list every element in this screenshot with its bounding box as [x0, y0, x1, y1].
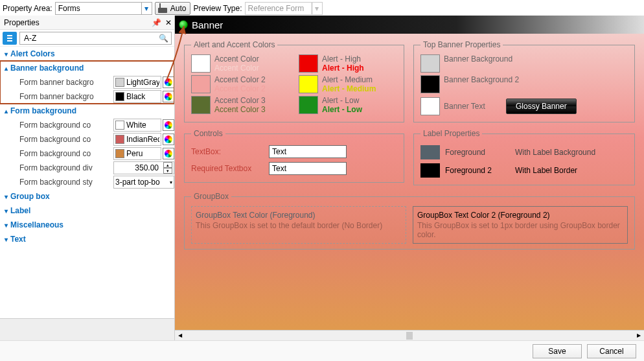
chevron-down-icon: ▾ — [312, 3, 322, 14]
prop-row[interactable]: Form background div 350.00▴▾ — [0, 161, 174, 175]
preview-type-label: Preview Type: — [193, 4, 242, 13]
chevron-down-icon[interactable]: ▾ — [141, 3, 152, 14]
numeric-editor[interactable]: 350.00▴▾ — [113, 161, 174, 174]
preview-type-combo: Reference Form ▾ — [245, 2, 323, 15]
property-tree[interactable]: ▾Alert Colors ▴Banner background Form ba… — [0, 47, 174, 318]
scroll-left-icon[interactable]: ◀ — [175, 332, 185, 338]
prop-row[interactable]: Form background co IndianRed — [0, 132, 174, 146]
pin-icon[interactable]: 📌 — [152, 18, 161, 27]
prop-row[interactable]: Form background co Peru — [0, 146, 174, 161]
banner-title: Banner — [192, 19, 223, 30]
chevron-down-icon[interactable]: ▾ — [170, 180, 172, 185]
fieldset-label-props: Label Properties ForegroundWith Label Ba… — [413, 129, 635, 185]
color-picker-button[interactable] — [163, 76, 174, 88]
search-icon[interactable]: 🔍 — [159, 34, 168, 43]
color-editor[interactable]: LightGray — [113, 76, 161, 89]
color-editor[interactable]: White — [113, 119, 161, 132]
cat-text[interactable]: ▾Text — [0, 232, 174, 246]
color-editor[interactable]: IndianRed — [113, 133, 161, 146]
fieldset-controls: Controls TextBox: Required Textbox — [184, 129, 404, 183]
save-button[interactable]: Save — [533, 344, 582, 358]
properties-panel: Properties 📌 ✕ 🔍 ▾Alert Colors ▴Banner b… — [0, 16, 175, 340]
fieldset-alert: Alert and Accent Colors Accent ColorAcce… — [184, 40, 404, 122]
toolbar: Property Area: Forms ▾ Auto Preview Type… — [0, 0, 644, 16]
color-editor[interactable]: Black — [113, 90, 161, 103]
panel-footer — [0, 318, 174, 340]
property-area-combo[interactable]: Forms ▾ — [55, 2, 152, 15]
form-body: Alert and Accent Colors Accent ColorAcce… — [175, 34, 644, 330]
scroll-thumb[interactable] — [406, 332, 413, 340]
banner-bg-highlight-region: ▴Banner background Form banner backgro L… — [0, 61, 174, 104]
sort-az-button[interactable] — [3, 32, 17, 45]
preview-req-textbox[interactable] — [269, 162, 347, 175]
prop-row[interactable]: Form banner backgro Black — [0, 89, 174, 104]
cat-groupbox[interactable]: ▾Group box — [0, 189, 174, 204]
glossy-banner-button[interactable]: Glossy Banner — [506, 99, 577, 114]
cat-label[interactable]: ▾Label — [0, 204, 174, 218]
color-picker-button[interactable] — [163, 119, 174, 131]
property-area-label: Property Area: — [3, 4, 52, 13]
preview-textbox[interactable] — [269, 145, 347, 158]
filter-search[interactable]: 🔍 — [19, 32, 172, 45]
color-picker-button[interactable] — [163, 134, 174, 145]
spinner[interactable]: ▴▾ — [163, 162, 172, 174]
form-banner: Banner — [175, 16, 644, 34]
fieldset-groupbox: GroupBox GroupBox Text Color (Foreground… — [184, 192, 635, 250]
filter-input[interactable] — [23, 33, 159, 43]
lock-icon — [159, 3, 161, 13]
close-icon[interactable]: ✕ — [165, 18, 172, 27]
cat-alert[interactable]: ▾Alert Colors — [0, 47, 174, 61]
horizontal-scrollbar[interactable]: ◀ ▶ — [175, 330, 644, 340]
prop-row[interactable]: Form background sty 3-part top-bo▾ — [0, 175, 174, 189]
groupbox-preview-1: GroupBox Text Color (Foreground) This Gr… — [191, 206, 406, 244]
scroll-right-icon[interactable]: ▶ — [634, 332, 644, 338]
color-picker-button[interactable] — [163, 148, 174, 159]
panel-title: Properties — [4, 18, 40, 27]
dialog-footer: Save Cancel — [0, 340, 644, 361]
cancel-button[interactable]: Cancel — [587, 344, 636, 358]
auto-button[interactable]: Auto — [155, 2, 191, 15]
cat-misc[interactable]: ▾Miscellaneous — [0, 218, 174, 232]
color-picker-button[interactable] — [163, 91, 174, 102]
cat-form-bg[interactable]: ▴Form background — [0, 104, 174, 118]
prop-row[interactable]: Form banner backgro LightGray — [0, 75, 174, 89]
preview-type-group: Preview Type: Reference Form ▾ — [193, 2, 322, 15]
status-dot-icon — [179, 20, 188, 29]
color-editor[interactable]: Peru — [113, 147, 161, 160]
fieldset-banner-props: Top Banner Properties Banner Background … — [413, 40, 635, 122]
groupbox-preview-2: GroupBox Text Color 2 (Foreground 2) Thi… — [413, 206, 628, 244]
cat-banner-bg[interactable]: ▴Banner background — [0, 61, 174, 75]
combo-editor[interactable]: 3-part top-bo▾ — [113, 176, 174, 189]
prop-row[interactable]: Form background co White — [0, 118, 174, 132]
preview-area: Banner Alert and Accent Colors Accent Co… — [175, 16, 644, 340]
